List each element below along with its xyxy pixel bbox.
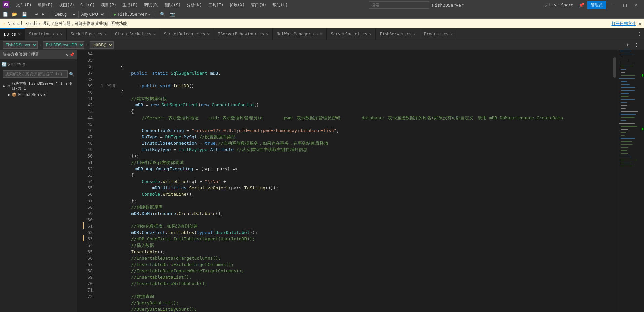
tab-close-icon[interactable]: ✕ — [18, 32, 21, 36]
editor-more-button[interactable]: ⋮ — [632, 42, 641, 47]
breakpoint-37[interactable] — [77, 69, 84, 76]
code-line-35[interactable]: public static SqlSugarClient mDB; — [100, 70, 612, 76]
code-line-69[interactable] — [100, 287, 612, 293]
breakpoint-68[interactable] — [77, 267, 84, 273]
tab-close-icon[interactable]: ✕ — [207, 32, 210, 36]
project-node[interactable]: ▶ 📦 Fish3DServer — [5, 92, 77, 98]
code-line-58[interactable] — [100, 217, 612, 223]
sidebar-refresh-icon[interactable]: ↻ — [7, 62, 10, 67]
code-line-44[interactable]: ConnectionString = "server=127.0.0.1;uid… — [100, 127, 612, 134]
breakpoint-47[interactable] — [77, 133, 84, 139]
breakpoint-34[interactable] — [77, 50, 84, 56]
scrollbar-up[interactable] — [612, 50, 617, 57]
warning-link[interactable]: 打开日志文件 — [612, 21, 636, 27]
toolbar-undo-icon[interactable]: ↩ — [34, 11, 39, 17]
code-line-63[interactable]: Insertable(); — [100, 249, 612, 255]
sidebar-close-icon[interactable]: ✕ — [66, 52, 68, 57]
warning-close-button[interactable]: ✕ — [639, 21, 641, 26]
code-line-62[interactable]: //插入数据 — [100, 242, 612, 249]
breakpoint-63[interactable] — [77, 235, 84, 241]
tab-ClientSocketcs[interactable]: ClientSocket.cs✕ — [111, 28, 160, 40]
method-dropdown[interactable]: InitDB() — [90, 41, 114, 49]
breakpoint-56[interactable] — [77, 190, 84, 197]
tab-add-button[interactable]: ⋮ — [635, 31, 644, 37]
sidebar-sync-icon[interactable]: 🔄 — [1, 62, 7, 67]
tab-close-icon[interactable]: ✕ — [266, 32, 268, 36]
breakpoint-55[interactable] — [77, 184, 84, 190]
code-line-70[interactable]: //数据查询 — [100, 293, 612, 300]
breakpoint-59[interactable] — [77, 210, 84, 216]
collapse-button-37[interactable]: ⊟ — [138, 83, 142, 89]
tab-Singletoncs[interactable]: Singleton.cs✕ — [25, 28, 67, 40]
maximize-button[interactable]: □ — [619, 0, 630, 10]
breakpoint-36[interactable] — [77, 63, 84, 69]
menu-item-N[interactable]: 分析(N) — [184, 1, 205, 9]
code-line-53[interactable]: mDB.Utilities.SerializeObject(pars.ToStr… — [100, 185, 612, 191]
breakpoint-38[interactable] — [77, 76, 84, 82]
tab-close-icon[interactable]: ✕ — [450, 32, 453, 36]
breakpoint-40[interactable] — [77, 88, 84, 95]
menu-item-D[interactable]: 调试(D) — [141, 1, 162, 9]
tab-close-icon[interactable]: ✕ — [104, 32, 107, 36]
code-line-59[interactable]: //初始化数据表，如果没有则创建 — [100, 223, 612, 229]
code-line-65[interactable]: //InsertableDataExcludeTargetColumns(); — [100, 261, 612, 268]
menu-item-W[interactable]: 窗口(W) — [248, 1, 269, 9]
namespace-dropdown[interactable]: Fish3DServer — [3, 41, 38, 49]
code-line-60[interactable]: mDB.CodeFirst.InitTables(typeof(UserData… — [100, 229, 612, 236]
collapse-button-50[interactable]: ⊟ — [131, 166, 135, 172]
menu-item-T[interactable]: 工具(T) — [205, 1, 226, 9]
breakpoint-65[interactable] — [77, 248, 84, 254]
tab-close-icon[interactable]: ✕ — [60, 32, 62, 36]
code-line-64[interactable]: //InsertableDataToTargetColumns(); — [100, 255, 612, 261]
platform-dropdown[interactable]: Any CPU — [78, 11, 105, 18]
code-line-56[interactable]: //创建数据库库 — [100, 204, 612, 210]
toolbar-save-icon[interactable]: 💾 — [20, 11, 28, 17]
code-line-57[interactable]: mDB.DbMaintenance.CreateDatabase(); — [100, 210, 612, 217]
breakpoint-35[interactable] — [77, 56, 84, 63]
menu-item-X[interactable]: 扩展(X) — [227, 1, 248, 9]
code-line-46[interactable]: IsAutoCloseConnection = true,//自动释放数据服务，… — [100, 140, 612, 146]
breakpoint-50[interactable] — [77, 152, 84, 159]
code-line-51[interactable]: { — [100, 172, 612, 178]
code-line-66[interactable]: //InsertableDataIgnoreWhereTargetColumns… — [100, 268, 612, 274]
breakpoint-67[interactable] — [77, 261, 84, 267]
manage-button[interactable]: 管理员 — [587, 1, 606, 9]
config-dropdown[interactable]: Debug Release — [52, 11, 77, 18]
breakpoint-46[interactable] — [77, 127, 84, 133]
breakpoint-45[interactable] — [77, 120, 84, 127]
sidebar-pin-icon[interactable]: 📌 — [69, 52, 74, 57]
breakpoint-44[interactable] — [77, 114, 84, 120]
tab-NetWorkManagercs[interactable]: NetWorkManager.cs✕ — [273, 28, 327, 40]
live-share-button[interactable]: ↗ Live Share — [542, 2, 576, 8]
tab-FishServercs[interactable]: FishServer.cs✕ — [376, 28, 420, 40]
breakpoint-52[interactable] — [77, 165, 84, 171]
breakpoint-69[interactable] — [77, 273, 84, 280]
breakpoint-57[interactable] — [77, 197, 84, 203]
code-editor[interactable]: { public static SqlSugarClient mDB;1 个引用… — [97, 50, 612, 312]
menu-item-E[interactable]: 编辑(E) — [35, 1, 56, 9]
code-line-48[interactable]: }); — [100, 153, 612, 159]
breakpoint-64[interactable] — [77, 241, 84, 248]
breakpoint-41[interactable] — [77, 95, 84, 101]
minimize-button[interactable]: ─ — [609, 0, 619, 10]
breakpoint-72[interactable] — [77, 293, 84, 299]
tab-close-icon[interactable]: ✕ — [320, 32, 323, 36]
code-line-67[interactable]: //InsertableDataList(); — [100, 274, 612, 280]
tab-ServerSocketcs[interactable]: ServerSocket.cs✕ — [327, 28, 376, 40]
toolbar-search-icon[interactable]: 🔍 — [159, 11, 167, 17]
sidebar-search-input[interactable] — [3, 70, 68, 78]
code-line-47[interactable]: InitKeyType = InitKeyType.Attribute //从实… — [100, 146, 612, 153]
code-line-34[interactable]: { — [100, 63, 612, 70]
menu-item-GitG[interactable]: Git(G) — [78, 1, 98, 9]
code-line-72[interactable]: //QueryDataListByCount(); — [100, 306, 612, 312]
menu-item-P[interactable]: 项目(P) — [98, 1, 119, 9]
class-dropdown[interactable]: Fish3DServer.DB — [43, 41, 84, 49]
collapse-button-40[interactable]: ⊟ — [131, 102, 135, 108]
add-tab-button[interactable]: + — [623, 42, 632, 48]
code-line-42[interactable]: //Server: 表示数据库地址 uid: 表示数据库管理员id pwd: 表… — [100, 115, 612, 121]
sidebar-view-icon[interactable]: 👁 — [17, 62, 22, 67]
code-line-43[interactable] — [100, 121, 612, 127]
scrollbar-thumb[interactable] — [613, 57, 616, 78]
sidebar-search-btn[interactable]: 🔍 — [69, 72, 74, 77]
menu-item-V[interactable]: 视图(V) — [56, 1, 77, 9]
